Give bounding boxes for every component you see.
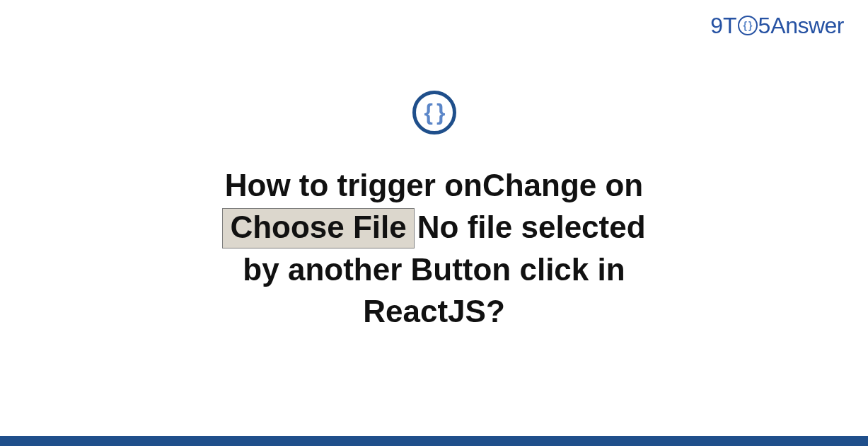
file-input-control: Choose FileNo file selected (222, 206, 645, 248)
question-line-3: by another Button click in (222, 248, 645, 290)
brand-nine: 9 (710, 13, 723, 39)
file-status-text: No file selected (417, 206, 646, 248)
main-content: { } How to trigger onChange on Choose Fi… (0, 91, 868, 333)
question-title: How to trigger onChange on Choose FileNo… (222, 164, 645, 333)
brand-t: T (723, 13, 737, 39)
question-line-1: How to trigger onChange on (222, 164, 645, 206)
braces-icon: { } (412, 91, 456, 135)
braces-glyph-small: { } (743, 21, 752, 30)
question-line-2: Choose FileNo file selected (222, 206, 645, 248)
choose-file-button[interactable]: Choose File (222, 208, 414, 248)
brand-logo: 9T{ }5Answer (710, 13, 844, 39)
question-line-4: ReactJS? (222, 290, 645, 332)
braces-glyph: { } (424, 101, 444, 123)
footer-accent-bar (0, 436, 868, 446)
brand-answer: Answer (770, 13, 844, 39)
brand-five: 5 (758, 13, 771, 39)
braces-icon-small: { } (738, 16, 758, 35)
